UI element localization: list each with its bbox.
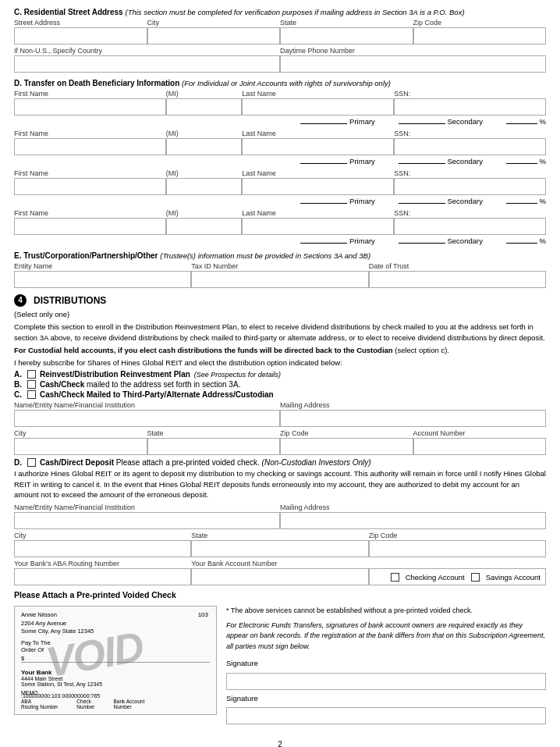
opt-d-row3-labels: Your Bank's ABA Routing Number Your Bank… (14, 559, 546, 568)
section-e-fields (14, 271, 546, 288)
tod-row3-labels: First Name (MI) Last Name SSN: (14, 169, 546, 178)
section-c-row1-fields (14, 27, 546, 44)
opt-d-row1-labels: Name/Entity Name/Financial Institution M… (14, 503, 546, 512)
signature-2-label: Signature (226, 693, 546, 704)
section-e-labels: Entity Name Tax ID Number Date of Trust (14, 261, 546, 271)
tod-row1-labels: First Name (MI) Last Name SSN: (14, 89, 546, 98)
section-c-row1-labels: Street Address City State Zip Code (14, 18, 546, 27)
opt-d-row1-fields (14, 512, 546, 529)
tod2-primary-row: Primary Secondary % (14, 155, 546, 167)
bank-account-number-field[interactable] (191, 568, 368, 585)
tod4-lastname[interactable] (242, 218, 394, 235)
opt-d-row3-fields: Checking Account Savings Account (14, 568, 546, 585)
savings-label: Savings Account (486, 573, 541, 582)
entity-name-field[interactable] (14, 271, 191, 288)
opt-d-row2-labels: City State Zip Code (14, 531, 546, 540)
signature-1-box[interactable] (226, 673, 546, 690)
signature-2-box[interactable] (226, 707, 546, 724)
section-number-circle: 4 (14, 294, 27, 307)
tod2-lastname[interactable] (242, 138, 394, 155)
tod4-ssn[interactable] (394, 218, 546, 235)
option-b-checkbox[interactable] (27, 380, 36, 389)
option-d-checkbox[interactable] (27, 458, 36, 467)
tax-id-field[interactable] (191, 271, 368, 288)
distributions-para2: I hereby subscribe for Shares of Hines G… (14, 357, 546, 368)
distributions-subheader: (Select only one) (14, 309, 546, 319)
tod-row4-fields (14, 218, 546, 235)
section-c-row2-labels: If Non-U.S., Specify Country Daytime Pho… (14, 46, 546, 55)
tod-row2-fields (14, 138, 546, 155)
date-of-trust-field[interactable] (369, 271, 546, 288)
aba-routing-field[interactable] (14, 568, 191, 585)
tod3-mi[interactable] (166, 178, 242, 195)
void-section-content: Annie Nilsson 2204 Any Avenue Some City,… (14, 606, 546, 727)
option-a-row: A. Reinvest/Distribution Reinvestment Pl… (14, 370, 546, 379)
tod2-ssn[interactable] (394, 138, 546, 155)
city-field[interactable] (147, 27, 281, 44)
option-a-checkbox[interactable] (27, 370, 36, 379)
opt-d-city[interactable] (14, 540, 191, 557)
distributions-section: 4 DISTRIBUTIONS (Select only one) Comple… (14, 294, 546, 727)
tod3-lastname[interactable] (242, 178, 394, 195)
tod3-primary-row: Primary Secondary % (14, 195, 546, 207)
tod4-mi[interactable] (166, 218, 242, 235)
tod1-lastname[interactable] (242, 98, 394, 116)
opt-c-account[interactable] (413, 438, 547, 455)
opt-c-row1-labels: Name/Entity Name/Financial Institution M… (14, 400, 546, 410)
tod1-mi[interactable] (166, 98, 242, 116)
opt-c-row2-fields (14, 438, 546, 455)
tod1-ssn[interactable] (394, 98, 546, 116)
tod-row1-fields (14, 98, 546, 116)
distributions-header: DISTRIBUTIONS (34, 295, 106, 306)
section-c-header: C. Residential Street Address (This sect… (14, 8, 546, 16)
opt-c-mailing-field[interactable] (280, 410, 546, 427)
tod3-ssn[interactable] (394, 178, 546, 195)
void-text-right: * The above services cannot be establish… (226, 606, 546, 727)
zip-code-field[interactable] (413, 27, 547, 44)
tod-row2-labels: First Name (MI) Last Name SSN: (14, 129, 546, 138)
opt-c-name-field[interactable] (14, 410, 280, 427)
opt-d-name-field[interactable] (14, 512, 280, 529)
tod-rows: First Name (MI) Last Name SSN: Primary S… (14, 89, 546, 247)
opt-d-row2-fields (14, 540, 546, 557)
distributions-bold-para: For Custodial held accounts, if you elec… (14, 345, 546, 355)
voided-check-image: Annie Nilsson 2204 Any Avenue Some City,… (14, 606, 217, 715)
tod4-primary-row: Primary Secondary % (14, 235, 546, 247)
section-e-header: E. Trust/Corporation/Partnership/Other (… (14, 251, 546, 260)
tod3-firstname[interactable] (14, 178, 166, 195)
void-check-section: Please Attach a Pre-printed Voided Check… (14, 590, 546, 727)
opt-c-row1-fields (14, 410, 546, 427)
phone-field[interactable] (280, 55, 546, 73)
account-type-field: Checking Account Savings Account (369, 568, 546, 585)
option-c-row: C. Cash/Check Mailed to Third-Party/Alte… (14, 390, 546, 399)
option-c-checkbox[interactable] (27, 390, 36, 399)
street-address-field[interactable] (14, 27, 147, 44)
void-note1: * The above services cannot be establish… (226, 606, 546, 617)
tod1-firstname[interactable] (14, 98, 166, 116)
distributions-para1: Complete this section to enroll in the D… (14, 322, 546, 343)
tod2-mi[interactable] (166, 138, 242, 155)
opt-c-city[interactable] (14, 438, 147, 455)
opt-d-zip[interactable] (369, 540, 546, 557)
opt-c-state[interactable] (147, 438, 281, 455)
option-d-row: D. Cash/Direct Deposit Please attach a p… (14, 458, 546, 467)
checking-checkbox[interactable] (391, 573, 399, 582)
tod2-firstname[interactable] (14, 138, 166, 155)
signature-1-label: Signature (226, 658, 546, 669)
checking-label: Checking Account (406, 573, 465, 582)
section-d-tod-header: D. Transfer on Death Beneficiary Informa… (14, 79, 546, 87)
void-section-header: Please Attach a Pre-printed Voided Check (14, 590, 546, 599)
void-note2: For Electronic Funds Transfers, signatur… (226, 621, 546, 653)
tod-row3-fields (14, 178, 546, 195)
country-field[interactable] (14, 55, 280, 73)
option-c-form: Name/Entity Name/Financial Institution M… (14, 400, 546, 455)
opt-d-mailing-field[interactable] (280, 512, 546, 529)
savings-checkbox[interactable] (471, 573, 480, 582)
opt-d-state[interactable] (191, 540, 368, 557)
opt-c-zip[interactable] (280, 438, 413, 455)
option-d-form: Name/Entity Name/Financial Institution M… (14, 503, 546, 585)
page-number: 2 (14, 740, 546, 747)
state-field[interactable] (280, 27, 413, 44)
tod4-firstname[interactable] (14, 218, 166, 235)
option-b-row: B. Cash/Check mailed to the address set … (14, 380, 546, 389)
